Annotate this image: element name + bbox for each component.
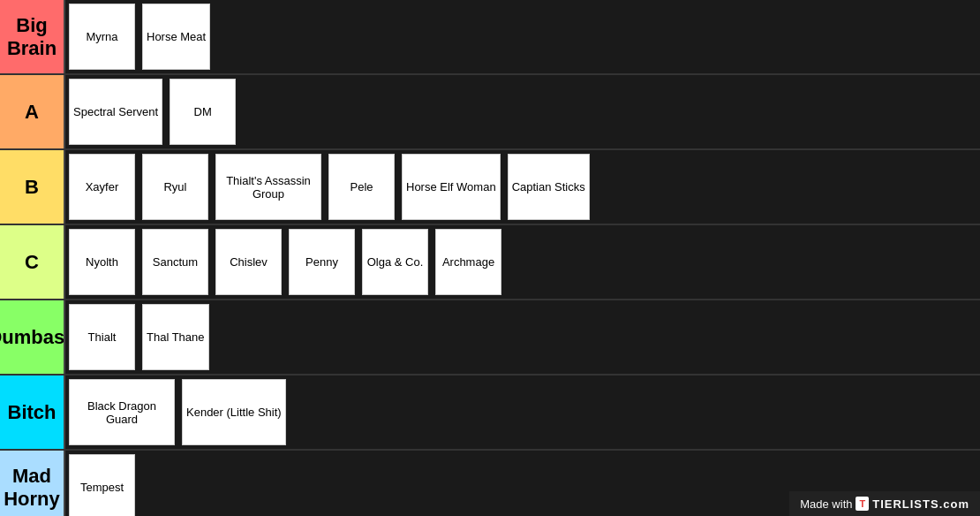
tier-items-big-brain: MyrnaHorse Meat [64,0,980,73]
footer-site: TIERLISTS.com [872,497,969,511]
tier-item: Kender (Little Shit) [182,379,286,445]
tier-item: Xayfer [69,154,135,220]
tier-item: Penny [289,229,355,295]
tier-label-big-brain: Big Brain [0,0,64,73]
tier-item: Tempest [69,454,135,516]
tier-row-big-brain: Big BrainMyrnaHorse Meat [0,0,980,75]
tier-item: Horse Meat [142,4,210,70]
tier-label-bitch: Bitch [0,376,64,449]
footer: Made with T TIERLISTS.com [789,491,980,516]
tier-item: Pele [328,154,395,220]
tier-item: Thialt [69,304,135,370]
tier-label-mad-horny: Mad Horny [0,451,64,516]
tier-row-c: CNyolthSanctumChislevPennyOlga & Co.Arch… [0,225,980,300]
tier-item: Captian Sticks [508,154,590,220]
tier-items-b: XayferRyulThialt's Assassin GroupPeleHor… [64,150,980,224]
tier-item: Ryul [142,154,208,220]
tier-items-a: Spectral ServentDM [64,75,980,148]
tier-items-c: NyolthSanctumChislevPennyOlga & Co.Archm… [64,225,980,299]
tier-item: Archmage [435,229,501,295]
tier-item: Nyolth [69,229,135,295]
tier-label-c: C [0,225,64,299]
tier-item: Chislev [215,229,282,295]
tier-item: Sanctum [142,229,208,295]
tier-row-b: BXayferRyulThialt's Assassin GroupPeleHo… [0,150,980,225]
tier-label-a: A [0,75,64,148]
tier-items-bitch: Black Dragon GuardKender (Little Shit) [64,376,980,449]
tier-label-b: B [0,150,64,224]
tier-item: Thialt's Assassin Group [215,154,321,220]
tier-item: Black Dragon Guard [69,379,175,445]
tier-item: Spectral Servent [69,79,162,145]
tier-row-dumbass: DumbassThialtThal Thane [0,300,980,376]
tier-row-bitch: BitchBlack Dragon GuardKender (Little Sh… [0,376,980,451]
tier-item: Olga & Co. [362,229,428,295]
tier-item: Thal Thane [142,304,209,370]
tier-item: Horse Elf Woman [402,154,501,220]
footer-made-with: Made with [800,497,852,511]
tier-row-a: ASpectral ServentDM [0,75,980,150]
footer-logo: T [856,497,869,511]
tier-item: DM [170,79,236,145]
tier-item: Myrna [69,4,135,70]
tier-items-dumbass: ThialtThal Thane [64,300,980,374]
tier-label-dumbass: Dumbass [0,300,64,374]
tier-list: Big BrainMyrnaHorse MeatASpectral Serven… [0,0,980,516]
